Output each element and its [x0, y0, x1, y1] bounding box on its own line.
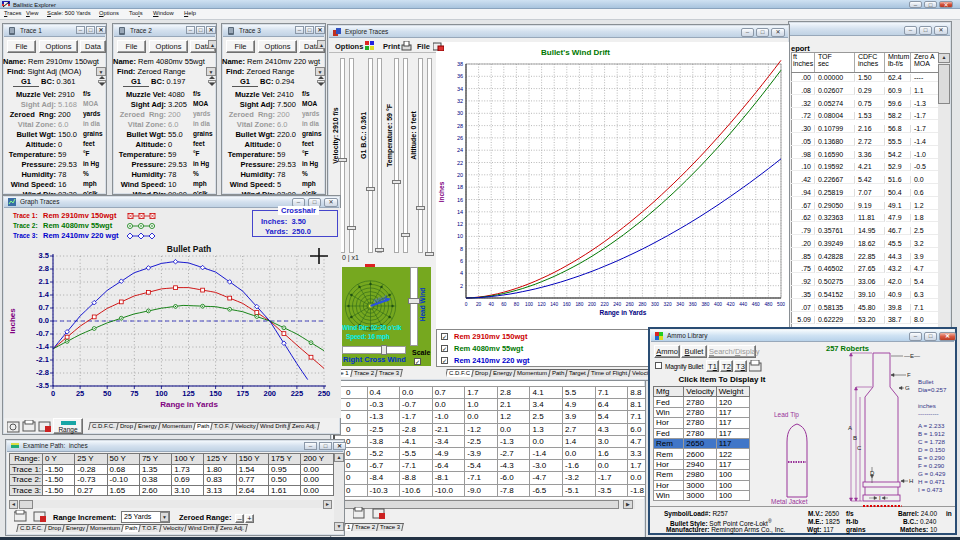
svg-text:4: 4 — [460, 270, 463, 276]
svg-text:26: 26 — [457, 135, 463, 141]
svg-text:H = 0.471: H = 0.471 — [918, 478, 946, 485]
svg-text:I = 0.473: I = 0.473 — [918, 486, 943, 493]
svg-text:Bullet: Bullet — [918, 378, 934, 385]
svg-text:100: 100 — [155, 389, 168, 398]
svg-text:2: 2 — [460, 283, 463, 289]
svg-text:2.8: 2.8 — [39, 264, 49, 273]
svg-text:6: 6 — [460, 258, 463, 264]
svg-text:20: 20 — [476, 302, 482, 307]
svg-text:C = 1.728: C = 1.728 — [918, 438, 946, 445]
svg-text:B: B — [853, 435, 857, 441]
svg-text:14: 14 — [457, 209, 463, 215]
svg-text:200: 200 — [588, 302, 596, 307]
svg-text:500: 500 — [777, 302, 785, 307]
svg-text:240: 240 — [613, 302, 621, 307]
svg-text:380: 380 — [701, 302, 709, 307]
svg-text:220: 220 — [601, 302, 609, 307]
svg-text:225: 225 — [291, 389, 304, 398]
svg-text:175: 175 — [236, 389, 249, 398]
svg-text:25: 25 — [76, 389, 84, 398]
svg-text:125: 125 — [182, 389, 195, 398]
svg-text:38: 38 — [457, 61, 463, 67]
svg-text:150: 150 — [209, 389, 222, 398]
svg-text:-2.8: -2.8 — [36, 368, 49, 377]
svg-text:B = 1.912: B = 1.912 — [918, 430, 945, 437]
svg-text:34: 34 — [457, 86, 463, 92]
svg-text:50: 50 — [103, 389, 111, 398]
svg-text:E = 0.290: E = 0.290 — [918, 454, 945, 461]
svg-text:20: 20 — [457, 172, 463, 178]
svg-text:257 Roberts: 257 Roberts — [826, 344, 869, 353]
svg-text:36: 36 — [457, 73, 463, 79]
svg-text:Range in Yards: Range in Yards — [600, 309, 647, 317]
svg-text:100: 100 — [525, 302, 533, 307]
svg-text:24: 24 — [457, 147, 463, 153]
svg-text:Metal Jacket: Metal Jacket — [771, 498, 808, 505]
svg-text:0: 0 — [465, 302, 468, 307]
svg-text:16: 16 — [457, 197, 463, 203]
svg-text:3.5: 3.5 — [39, 251, 49, 260]
svg-text:200: 200 — [264, 389, 277, 398]
svg-text:0.7: 0.7 — [39, 303, 49, 312]
svg-text:Inches: Inches — [438, 181, 445, 202]
svg-text:G = 0.429: G = 0.429 — [918, 470, 946, 477]
svg-text:8: 8 — [460, 246, 463, 252]
svg-text:180: 180 — [575, 302, 583, 307]
svg-text:Lead Tip: Lead Tip — [774, 411, 799, 419]
svg-text:Dia=0.257: Dia=0.257 — [918, 386, 947, 393]
svg-text:400: 400 — [714, 302, 722, 307]
svg-text:0.0: 0.0 — [39, 316, 49, 325]
svg-text:32: 32 — [457, 98, 463, 104]
svg-text:360: 360 — [689, 302, 697, 307]
svg-text:0: 0 — [51, 389, 55, 398]
svg-text:340: 340 — [676, 302, 684, 307]
svg-text:Bullet Path: Bullet Path — [167, 244, 211, 254]
svg-text:G: G — [905, 385, 910, 391]
svg-text:10: 10 — [457, 233, 463, 239]
svg-text:60: 60 — [501, 302, 507, 307]
svg-text:inches: inches — [918, 402, 936, 409]
svg-text:22: 22 — [457, 160, 463, 166]
svg-text:480: 480 — [764, 302, 772, 307]
svg-text:Bullet's Wind Drift: Bullet's Wind Drift — [541, 48, 610, 57]
svg-text:-0.7: -0.7 — [36, 329, 49, 338]
svg-text:Range in Yards: Range in Yards — [160, 400, 218, 409]
svg-text:40: 40 — [489, 302, 495, 307]
svg-text:—E—: —E— — [904, 353, 920, 359]
svg-text:140: 140 — [550, 302, 558, 307]
svg-text:I: I — [879, 495, 881, 501]
svg-text:300: 300 — [651, 302, 659, 307]
svg-text:160: 160 — [563, 302, 571, 307]
svg-text:260: 260 — [626, 302, 634, 307]
svg-text:280: 280 — [638, 302, 646, 307]
svg-text:-3.5: -3.5 — [36, 381, 49, 390]
svg-text:75: 75 — [130, 389, 138, 398]
svg-text:C: C — [857, 445, 862, 451]
svg-text:18: 18 — [457, 184, 463, 190]
svg-text:H: H — [909, 478, 913, 484]
svg-text:120: 120 — [538, 302, 546, 307]
svg-text:1.4: 1.4 — [39, 290, 50, 299]
svg-text:12: 12 — [457, 221, 463, 227]
svg-text:440: 440 — [739, 302, 747, 307]
svg-text:F = 0.290: F = 0.290 — [918, 462, 945, 469]
svg-text:420: 420 — [727, 302, 735, 307]
svg-text:250: 250 — [318, 389, 331, 398]
svg-text:Inches: Inches — [8, 308, 17, 334]
svg-text:F: F — [907, 372, 911, 378]
svg-text:-2.1: -2.1 — [36, 355, 49, 364]
svg-text:30: 30 — [457, 110, 463, 116]
svg-text:D = 0.150: D = 0.150 — [918, 446, 946, 453]
svg-text:2.1: 2.1 — [39, 277, 49, 286]
svg-text:A = 2.233: A = 2.233 — [918, 422, 945, 429]
svg-text:----------: ---------- — [918, 410, 939, 417]
svg-text:-1.4: -1.4 — [36, 342, 50, 351]
svg-text:460: 460 — [752, 302, 760, 307]
svg-text:28: 28 — [457, 123, 463, 129]
svg-text:A: A — [848, 425, 852, 431]
svg-text:320: 320 — [664, 302, 672, 307]
svg-text:80: 80 — [514, 302, 520, 307]
